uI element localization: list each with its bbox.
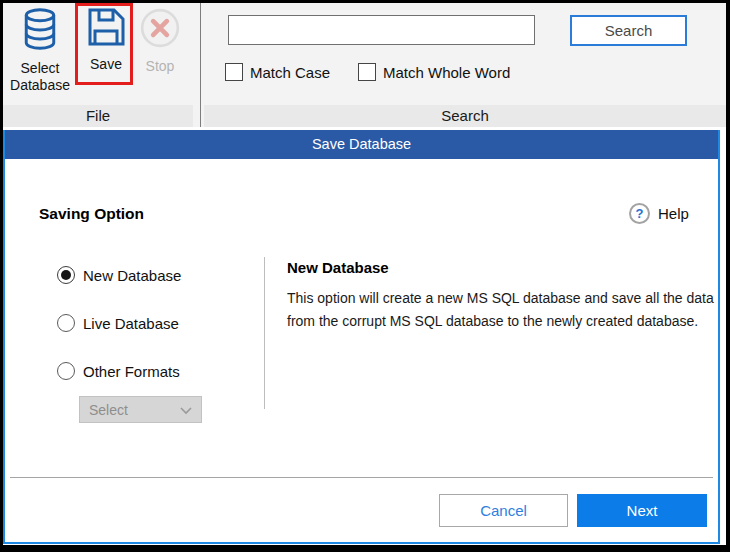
ribbon-group-divider <box>200 3 201 127</box>
cancel-button[interactable]: Cancel <box>439 494 568 527</box>
match-whole-word-checkbox[interactable] <box>358 63 376 81</box>
database-icon <box>18 5 62 57</box>
window-content: Select Database Save <box>3 3 726 545</box>
select-database-button[interactable]: Select Database <box>8 5 72 94</box>
dialog-title-bar: Save Database <box>5 130 718 159</box>
search-group-label: Search <box>204 105 726 127</box>
radio-new-database[interactable]: New Database <box>57 264 181 286</box>
saving-option-heading: Saving Option <box>39 205 144 223</box>
format-select-dropdown: Select <box>79 396 202 423</box>
help-button[interactable]: ? Help <box>629 203 689 224</box>
radio-live-database-label: Live Database <box>83 315 179 332</box>
stop-label: Stop <box>146 58 175 75</box>
dialog-column-divider <box>264 257 265 409</box>
app-window: Select Database Save <box>0 0 730 552</box>
radio-live-database[interactable]: Live Database <box>57 312 179 334</box>
radio-new-database-label: New Database <box>83 267 181 284</box>
option-detail-description: This option will create a new MS SQL dat… <box>287 287 727 333</box>
next-button[interactable]: Next <box>577 494 707 527</box>
radio-button-icon[interactable] <box>57 266 75 284</box>
search-input[interactable] <box>228 15 535 45</box>
match-whole-word-label: Match Whole Word <box>383 64 510 81</box>
format-select-value: Select <box>89 402 128 418</box>
radio-other-formats-label: Other Formats <box>83 363 180 380</box>
footer-separator <box>10 477 713 478</box>
stop-button: Stop <box>136 5 184 75</box>
file-group-label: File <box>3 105 193 127</box>
ribbon-toolbar: Select Database Save <box>3 3 726 127</box>
stop-icon <box>139 5 181 55</box>
radio-button-icon[interactable] <box>57 362 75 380</box>
save-icon <box>86 5 126 53</box>
save-button[interactable]: Save <box>79 5 133 73</box>
save-label: Save <box>90 56 122 73</box>
help-label: Help <box>658 205 689 222</box>
search-button[interactable]: Search <box>570 15 687 46</box>
chevron-down-icon <box>180 401 192 419</box>
help-icon: ? <box>629 203 650 224</box>
match-whole-word-checkbox-row[interactable]: Match Whole Word <box>358 61 510 83</box>
match-case-checkbox-row[interactable]: Match Case <box>225 61 330 83</box>
radio-button-icon[interactable] <box>57 314 75 332</box>
select-database-label: Select Database <box>8 60 72 94</box>
match-case-label: Match Case <box>250 64 330 81</box>
save-database-dialog: Save Database Saving Option ? Help New D… <box>3 130 720 544</box>
radio-other-formats[interactable]: Other Formats <box>57 360 180 382</box>
option-detail-heading: New Database <box>287 259 389 276</box>
match-case-checkbox[interactable] <box>225 63 243 81</box>
